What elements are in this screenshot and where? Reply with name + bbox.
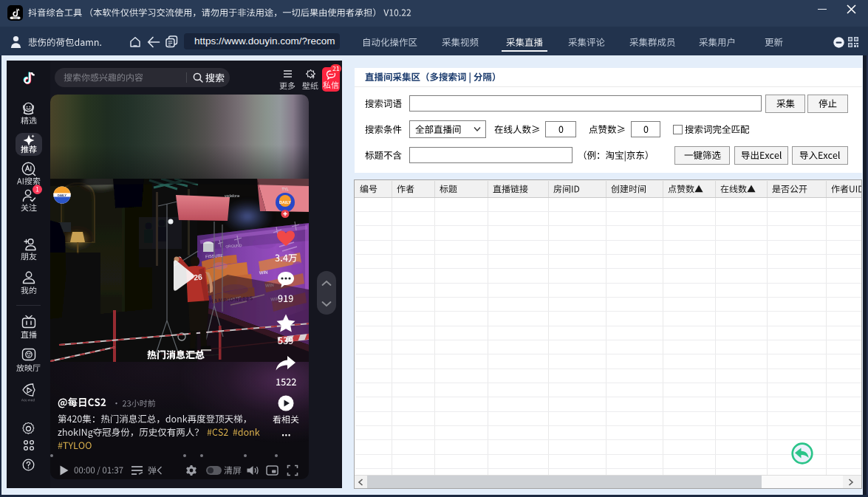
svg-text:26: 26	[194, 273, 203, 282]
svg-text:1000: 1000	[13, 17, 18, 20]
svg-text:DAILY: DAILY	[279, 200, 291, 205]
svg-text:WIN: WIN	[259, 270, 268, 275]
svg-text:vodafone: vodafone	[225, 193, 240, 198]
svg-text:TYL: TYL	[281, 187, 288, 191]
svg-text:DAILY: DAILY	[58, 193, 66, 197]
